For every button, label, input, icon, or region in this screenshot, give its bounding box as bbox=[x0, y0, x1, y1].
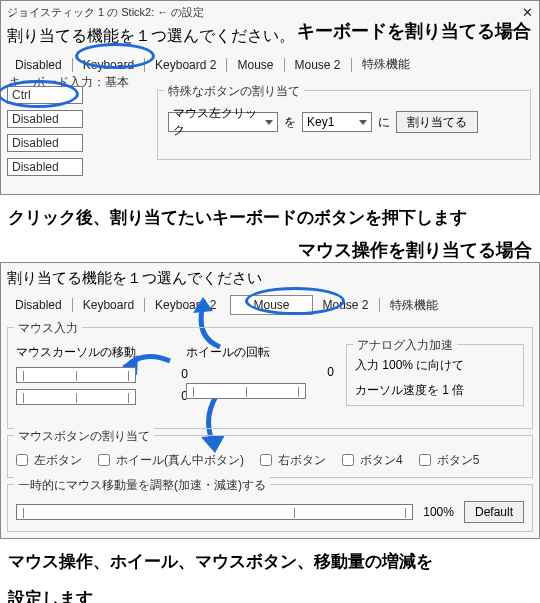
wheel-rotate-label: ホイールの回転 bbox=[186, 344, 336, 361]
cursor-move-label: マウスカーソルの移動 bbox=[16, 344, 176, 361]
analog-accel-title: アナログ入力加速 bbox=[353, 337, 457, 354]
tab-bar-2: Disabled Keyboard Keyboard 2 Mouse Mouse… bbox=[1, 294, 539, 323]
key-slot-1[interactable]: Ctrl bbox=[7, 86, 83, 104]
mouse-input-label: マウス入力 bbox=[14, 320, 82, 337]
tab2-disabled[interactable]: Disabled bbox=[5, 295, 72, 315]
analog-accel-line1: 入力 100% に向けて bbox=[355, 357, 515, 374]
chk-left-button[interactable]: 左ボタン bbox=[16, 452, 82, 469]
tab2-mouse[interactable]: Mouse bbox=[230, 295, 312, 315]
wheel-zero: 0 bbox=[327, 365, 334, 379]
tab-disabled[interactable]: Disabled bbox=[5, 55, 72, 75]
chk-button4[interactable]: ボタン4 bbox=[342, 452, 403, 469]
special-source-select[interactable]: マウス左クリック bbox=[168, 112, 278, 132]
key-slot-3[interactable]: Disabled bbox=[7, 134, 83, 152]
cursor-v-slider[interactable] bbox=[16, 389, 136, 405]
wheel-slider[interactable] bbox=[186, 383, 306, 399]
temp-move-adjust-fieldset: 一時的にマウス移動量を調整(加速・減速)する 100% Default bbox=[7, 484, 533, 532]
tab-mouse[interactable]: Mouse bbox=[227, 55, 283, 75]
mouse-buttons-label: マウスボタンの割り当て bbox=[14, 428, 154, 445]
temp-adjust-percent: 100% bbox=[423, 505, 454, 519]
close-icon[interactable]: ✕ bbox=[522, 5, 533, 20]
assign-button[interactable]: 割り当てる bbox=[396, 111, 478, 133]
tab2-keyboard2[interactable]: Keyboard 2 bbox=[145, 295, 226, 315]
annotation-mouse-case: マウス操作を割り当てる場合 bbox=[298, 238, 532, 262]
chk-right-button[interactable]: 右ボタン bbox=[260, 452, 326, 469]
tab-mouse2[interactable]: Mouse 2 bbox=[285, 55, 351, 75]
annotation-mouse-instruction-1: マウス操作、ホイール、マウスボタン、移動量の増減を bbox=[0, 545, 540, 588]
tab2-keyboard[interactable]: Keyboard bbox=[73, 295, 144, 315]
key-slot-2[interactable]: Disabled bbox=[7, 110, 83, 128]
text-ni: に bbox=[378, 114, 390, 131]
temp-move-adjust-label: 一時的にマウス移動量を調整(加速・減速)する bbox=[14, 477, 270, 494]
special-target-select[interactable]: Key1 bbox=[302, 112, 372, 132]
prompt-text-2: 割り当てる機能を１つ選んでください bbox=[1, 263, 539, 294]
special-button-assign: 特殊なボタンの割り当て マウス左クリック を Key1 に 割り当てる bbox=[157, 90, 531, 160]
tab-keyboard[interactable]: Keyboard bbox=[73, 55, 144, 75]
tab-special[interactable]: 特殊機能 bbox=[352, 53, 420, 76]
cursor-zero-top: 0 bbox=[181, 367, 188, 381]
cursor-h-slider[interactable] bbox=[16, 367, 136, 383]
annotation-keyboard-case: キーボードを割り当てる場合 bbox=[297, 19, 531, 43]
temp-adjust-slider[interactable] bbox=[16, 504, 413, 520]
keyboard-slot-list: Ctrl Disabled Disabled Disabled bbox=[7, 86, 157, 206]
tab2-mouse2[interactable]: Mouse 2 bbox=[313, 295, 379, 315]
tab2-special[interactable]: 特殊機能 bbox=[380, 294, 448, 317]
annotation-mouse-instruction-2: 設定します bbox=[0, 588, 540, 603]
default-button[interactable]: Default bbox=[464, 501, 524, 523]
chk-button5[interactable]: ボタン5 bbox=[419, 452, 480, 469]
chk-wheel-button[interactable]: ホイール(真ん中ボタン) bbox=[98, 452, 244, 469]
analog-accel-line2: カーソル速度を 1 倍 bbox=[355, 382, 515, 399]
tab-keyboard2[interactable]: Keyboard 2 bbox=[145, 55, 226, 75]
special-assign-label: 特殊なボタンの割り当て bbox=[164, 83, 304, 100]
mouse-buttons-fieldset: マウスボタンの割り当て 左ボタン ホイール(真ん中ボタン) 右ボタン ボタン4 … bbox=[7, 435, 533, 478]
text-wo: を bbox=[284, 114, 296, 131]
key-slot-4[interactable]: Disabled bbox=[7, 158, 83, 176]
mouse-input-fieldset: マウス入力 マウスカーソルの移動 0 0 ホイールの回転 bbox=[7, 327, 533, 429]
